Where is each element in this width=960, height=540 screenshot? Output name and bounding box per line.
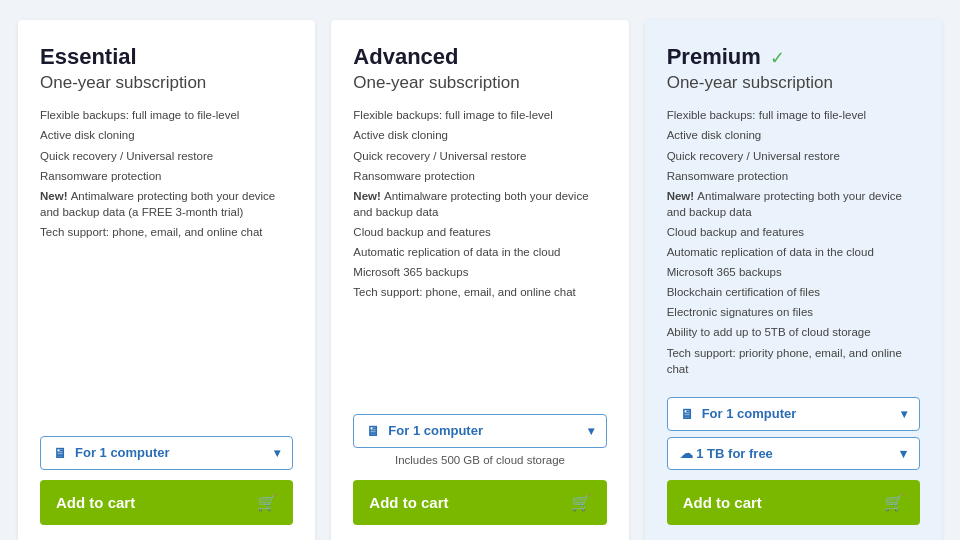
list-item: Cloud backup and features [353,224,606,240]
cloud-dropdown-premium[interactable]: ☁ 1 TB for free ▾ [667,437,920,470]
list-item: Quick recovery / Universal restore [353,148,606,164]
plan-subtitle-premium: One-year subscription [667,73,920,93]
plan-title-text-advanced: Advanced [353,44,458,69]
chevron-down-icon: ▾ [274,446,280,460]
list-item: Flexible backups: full image to file-lev… [353,107,606,123]
plan-card-essential: EssentialOne-year subscriptionFlexible b… [18,20,315,540]
list-item: Microsoft 365 backups [353,264,606,280]
plans-container: EssentialOne-year subscriptionFlexible b… [0,0,960,540]
cloud-icon: ☁ [680,446,693,461]
plan-subtitle-advanced: One-year subscription [353,73,606,93]
dropdown-left: 🖥 For 1 computer [680,406,797,422]
list-item: Quick recovery / Universal restore [667,148,920,164]
plan-subtitle-essential: One-year subscription [40,73,293,93]
list-item: Microsoft 365 backups [667,264,920,280]
list-item: Quick recovery / Universal restore [40,148,293,164]
add-to-cart-label: Add to cart [369,494,448,511]
list-item: New! Antimalware protecting both your de… [667,188,920,220]
dropdown-label: For 1 computer [75,445,170,460]
list-item: Ransomware protection [353,168,606,184]
checkmark-icon: ✓ [765,48,785,68]
computer-dropdown-essential[interactable]: 🖥 For 1 computer ▾ [40,436,293,470]
monitor-icon: 🖥 [366,423,380,439]
features-list-essential: Flexible backups: full image to file-lev… [40,107,293,263]
computer-dropdown-advanced[interactable]: 🖥 For 1 computer ▾ [353,414,606,448]
cart-icon: 🛒 [571,493,591,512]
plan-title-premium: Premium ✓ [667,44,920,70]
spacer [353,320,606,413]
list-item: Flexible backups: full image to file-lev… [667,107,920,123]
add-to-cart-button-premium[interactable]: Add to cart 🛒 [667,480,920,525]
list-item: Ransomware protection [40,168,293,184]
dropdown-label: For 1 computer [388,423,483,438]
add-to-cart-button-advanced[interactable]: Add to cart 🛒 [353,480,606,525]
features-list-premium: Flexible backups: full image to file-lev… [667,107,920,380]
list-item: Active disk cloning [353,127,606,143]
plan-title-advanced: Advanced [353,44,606,70]
list-item: Electronic signatures on files [667,304,920,320]
monitor-icon: 🖥 [53,445,67,461]
list-item: Ransomware protection [667,168,920,184]
list-item: Automatic replication of data in the clo… [667,244,920,260]
plan-title-text-essential: Essential [40,44,137,69]
list-item: Active disk cloning [667,127,920,143]
list-item: Blockchain certification of files [667,284,920,300]
plan-title-essential: Essential [40,44,293,70]
add-to-cart-label: Add to cart [683,494,762,511]
add-to-cart-label: Add to cart [56,494,135,511]
plan-card-premium: Premium ✓One-year subscriptionFlexible b… [645,20,942,540]
dropdown-left: 🖥 For 1 computer [366,423,483,439]
dropdown-left: 🖥 For 1 computer [53,445,170,461]
plan-card-advanced: AdvancedOne-year subscriptionFlexible ba… [331,20,628,540]
features-list-advanced: Flexible backups: full image to file-lev… [353,107,606,304]
list-item: New! Antimalware protecting both your de… [40,188,293,220]
plan-title-text-premium: Premium [667,44,761,69]
cart-icon: 🛒 [257,493,277,512]
chevron-down-icon: ▾ [901,407,907,421]
list-item: Flexible backups: full image to file-lev… [40,107,293,123]
list-item: Automatic replication of data in the clo… [353,244,606,260]
list-item: New! Antimalware protecting both your de… [353,188,606,220]
list-item: Tech support: phone, email, and online c… [40,224,293,240]
monitor-icon: 🖥 [680,406,694,422]
chevron-down-icon: ▾ [900,446,907,461]
cart-icon: 🛒 [884,493,904,512]
list-item: Active disk cloning [40,127,293,143]
list-item: Tech support: priority phone, email, and… [667,345,920,377]
dropdown2-left: ☁ 1 TB for free [680,446,773,461]
add-to-cart-button-essential[interactable]: Add to cart 🛒 [40,480,293,525]
cloud-dropdown-label: 1 TB for free [696,446,773,461]
chevron-down-icon: ▾ [588,424,594,438]
list-item: Tech support: phone, email, and online c… [353,284,606,300]
dropdown-label: For 1 computer [702,406,797,421]
storage-note: Includes 500 GB of cloud storage [353,454,606,466]
list-item: Ability to add up to 5TB of cloud storag… [667,324,920,340]
list-item: Cloud backup and features [667,224,920,240]
computer-dropdown-premium[interactable]: 🖥 For 1 computer ▾ [667,397,920,431]
spacer [40,280,293,436]
